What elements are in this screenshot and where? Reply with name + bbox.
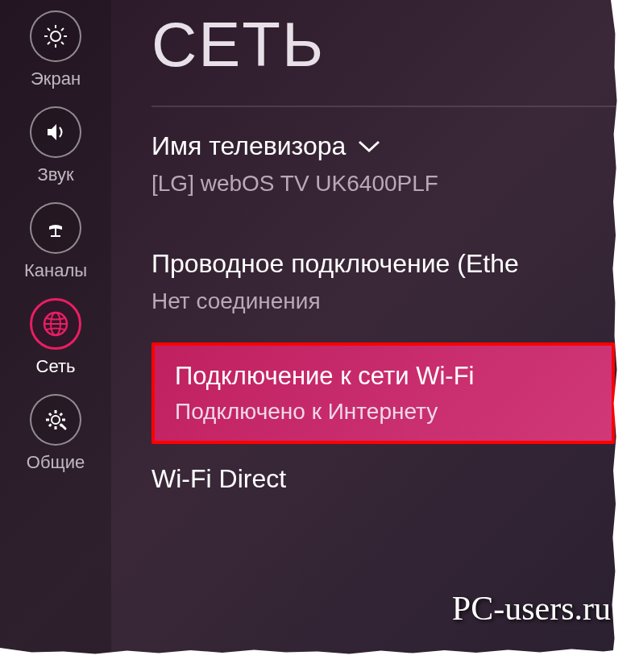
main-content: СЕТЬ Имя телевизора [LG] webOS TV UK6400… bbox=[111, 0, 635, 672]
tv-name-section[interactable]: Имя телевизора [LG] webOS TV UK6400PLF bbox=[151, 131, 635, 197]
satellite-icon bbox=[30, 202, 81, 254]
sidebar-item-network[interactable]: Сеть bbox=[30, 292, 81, 384]
sidebar-item-label: Экран bbox=[31, 68, 81, 89]
wifi-title: Подключение к сети Wi-Fi bbox=[175, 362, 591, 391]
wired-connection-section[interactable]: Проводное подключение (Ethe Нет соединен… bbox=[151, 249, 635, 314]
wired-value: Нет соединения bbox=[151, 288, 611, 314]
svg-line-5 bbox=[48, 28, 50, 31]
wifi-direct-section[interactable]: Wi-Fi Direct bbox=[151, 464, 635, 494]
svg-line-7 bbox=[61, 28, 64, 31]
divider bbox=[151, 106, 635, 107]
sidebar-item-sound[interactable]: Звук bbox=[30, 100, 81, 192]
globe-icon bbox=[30, 298, 81, 350]
svg-line-8 bbox=[48, 42, 50, 44]
sidebar-item-channels[interactable]: Каналы bbox=[24, 196, 87, 288]
svg-point-0 bbox=[51, 31, 60, 41]
sidebar-item-label: Звук bbox=[37, 164, 73, 185]
wifi-value: Подключено к Интернету bbox=[175, 399, 591, 425]
chevron-down-icon bbox=[358, 139, 380, 154]
wifi-direct-title: Wi-Fi Direct bbox=[151, 464, 611, 494]
gear-icon bbox=[30, 394, 81, 446]
sidebar-item-display[interactable]: Экран bbox=[30, 4, 81, 96]
svg-point-14 bbox=[52, 416, 60, 424]
wifi-connection-section[interactable]: Подключение к сети Wi-Fi Подключено к Ин… bbox=[151, 342, 615, 444]
tv-name-title: Имя телевизора bbox=[151, 131, 346, 161]
speaker-icon bbox=[30, 106, 81, 158]
svg-line-6 bbox=[61, 42, 64, 44]
page-title: СЕТЬ bbox=[151, 8, 635, 81]
sidebar-item-general[interactable]: Общие bbox=[27, 388, 85, 479]
watermark: PC-users.ru bbox=[452, 589, 611, 628]
sidebar-item-label: Каналы bbox=[24, 260, 87, 281]
sidebar-item-label: Сеть bbox=[36, 356, 76, 377]
sidebar-item-label: Общие bbox=[27, 452, 85, 473]
wired-title: Проводное подключение (Ethe bbox=[151, 249, 611, 279]
settings-sidebar: Экран Звук Каналы bbox=[0, 0, 111, 672]
display-icon bbox=[30, 10, 81, 62]
tv-name-value: [LG] webOS TV UK6400PLF bbox=[151, 171, 611, 197]
